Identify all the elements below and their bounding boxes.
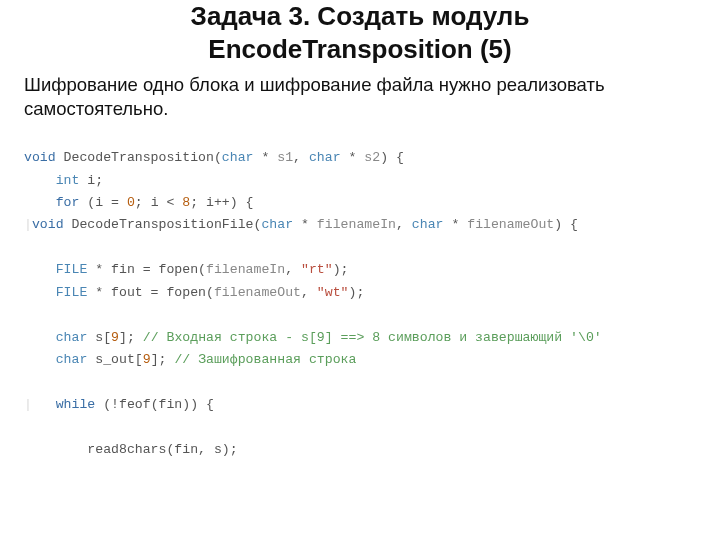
type-file: FILE <box>56 262 88 277</box>
type-char: char <box>261 217 293 232</box>
type-char: char <box>56 330 88 345</box>
subtitle-text: Шифрование одно блока и шифрование файла… <box>24 73 696 121</box>
title-line-2: EncodeTransposition (5) <box>208 34 511 64</box>
comment: // Входная строка - s[9] ==> 8 символов … <box>143 330 602 345</box>
type-char: char <box>412 217 444 232</box>
type-char: char <box>222 150 254 165</box>
keyword-while: while <box>56 397 96 412</box>
param-filenameOut: filenameOut <box>467 217 554 232</box>
string-literal: "wt" <box>317 285 349 300</box>
title-line-1: Задача 3. Создать модуль <box>191 1 530 31</box>
function-call: read8chars(fin, s); <box>87 442 237 457</box>
type-char: char <box>309 150 341 165</box>
function-name: DecodeTransposition( <box>56 150 222 165</box>
code-block-1: void DecodeTransposition(char * s1, char… <box>24 147 696 214</box>
comment: // Зашифрованная строка <box>174 352 356 367</box>
type-int: int <box>56 173 80 188</box>
code-block-2: |void DecodeTranspositionFile(char * fil… <box>24 214 696 461</box>
slide: Задача 3. Создать модуль EncodeTransposi… <box>0 0 720 461</box>
page-title: Задача 3. Создать модуль EncodeTransposi… <box>24 0 696 65</box>
keyword-void: void <box>32 217 64 232</box>
param-s2: s2 <box>364 150 380 165</box>
keyword-for: for <box>56 195 80 210</box>
type-char: char <box>56 352 88 367</box>
function-name: DecodeTranspositionFile( <box>64 217 262 232</box>
keyword-void: void <box>24 150 56 165</box>
param-filenameIn: filenameIn <box>317 217 396 232</box>
param-s1: s1 <box>277 150 293 165</box>
string-literal: "rt" <box>301 262 333 277</box>
type-file: FILE <box>56 285 88 300</box>
